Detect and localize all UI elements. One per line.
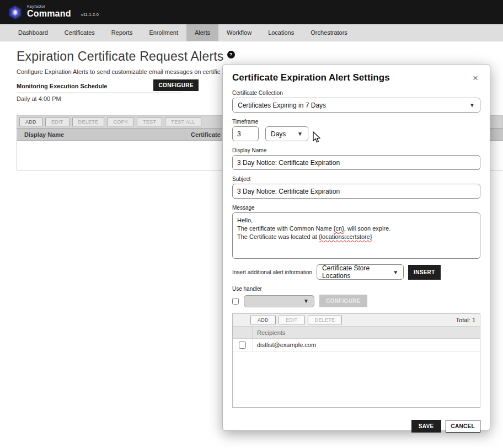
handler-select[interactable]: ▼ [244, 295, 314, 307]
nav-item-dashboard[interactable]: Dashboard [10, 24, 56, 41]
insert-info-select[interactable]: Certificate Store Locations ▼ [317, 264, 404, 280]
use-handler-label: Use handler [232, 286, 480, 292]
add-button[interactable]: ADD [19, 118, 42, 126]
nav-item-certificates[interactable]: Certificates [56, 24, 103, 41]
chevron-down-icon: ▼ [469, 102, 475, 108]
edit-button[interactable]: EDIT [45, 118, 69, 126]
alert-settings-modal: Certificate Expiration Alert Settings × … [222, 64, 490, 431]
chevron-down-icon: ▼ [303, 298, 309, 304]
timeframe-unit-select[interactable]: Days ▼ [265, 126, 308, 141]
nav-item-reports[interactable]: Reports [103, 24, 141, 41]
insert-button[interactable]: INSERT [408, 265, 440, 280]
insert-info-value: Certificate Store Locations [322, 264, 393, 280]
schedule-configure-button[interactable]: CONFIGURE [153, 79, 199, 91]
recipient-delete-button[interactable]: DELETE [308, 316, 343, 324]
brand-keyfactor: Keyfactor [27, 4, 71, 8]
recipients-empty-area [233, 351, 480, 407]
certificate-collection-value: Certificates Expiring in 7 Days [238, 102, 326, 109]
modal-title: Certificate Expiration Alert Settings [232, 72, 390, 83]
nav-item-workflow[interactable]: Workflow [218, 24, 260, 41]
test-button[interactable]: TEST [137, 118, 162, 126]
recipients-toolbar: ADD EDIT DELETE Total: 1 [233, 314, 480, 326]
message-line-3: The Certificate was located at {location… [237, 233, 475, 241]
top-app-bar: Keyfactor Command v11.1.2.0 [0, 0, 503, 24]
keyfactor-hex-icon [8, 5, 23, 20]
copy-button[interactable]: COPY [107, 118, 134, 126]
test-all-button[interactable]: TEST ALL [165, 118, 201, 126]
chevron-down-icon: ▼ [297, 131, 303, 137]
keyfactor-logo: Keyfactor Command v11.1.2.0 [8, 4, 99, 20]
chevron-down-icon: ▼ [393, 269, 398, 275]
nav-item-alerts[interactable]: Alerts [186, 24, 218, 41]
main-nav: Dashboard Certificates Reports Enrollmen… [0, 24, 503, 41]
recipients-column-header[interactable]: Recipients [253, 329, 285, 336]
recipient-edit-button[interactable]: EDIT [279, 316, 305, 324]
handler-configure-button[interactable]: CONFIGURE [319, 295, 367, 307]
message-line-2: The certificate with Common Name {cn}, w… [237, 225, 475, 233]
certificate-collection-label: Certificate Collection [232, 90, 480, 96]
subject-label: Subject [232, 176, 480, 182]
version-label: v11.1.2.0 [81, 12, 99, 17]
nav-item-locations[interactable]: Locations [260, 24, 302, 41]
insert-info-label: Insert additional alert information [232, 269, 312, 275]
help-icon[interactable]: ? [227, 51, 235, 58]
display-name-input[interactable] [232, 155, 480, 170]
save-button[interactable]: SAVE [411, 420, 441, 433]
monitoring-schedule-section: Monitoring Execution Schedule CONFIGURE … [17, 83, 182, 102]
delete-button[interactable]: DELETE [72, 118, 105, 126]
column-header-display-name[interactable]: Display Name [17, 131, 185, 138]
nav-item-orchestrators[interactable]: Orchestrators [302, 24, 356, 41]
table-row[interactable]: distlist@example.com [233, 339, 480, 351]
schedule-value: Daily at 4:00 PM [17, 95, 182, 102]
timeframe-input[interactable] [232, 126, 259, 141]
message-textarea[interactable]: Hello, The certificate with Common Name … [232, 212, 480, 259]
subject-input[interactable] [232, 184, 480, 199]
timeframe-label: Timeframe [232, 119, 480, 125]
recipient-email: distlist@example.com [253, 342, 316, 348]
cn-variable-token: {cn} [334, 225, 344, 232]
recipients-checkbox-column [233, 327, 253, 338]
timeframe-unit-value: Days [271, 130, 286, 138]
display-name-label: Display Name [232, 147, 480, 153]
recipients-header: Recipients [233, 326, 480, 339]
recipients-total: Total: 1 [456, 317, 475, 323]
page-title: Expiration Certificate Request Alerts [17, 49, 224, 64]
recipient-row-checkbox[interactable] [239, 342, 246, 349]
recipients-grid: ADD EDIT DELETE Total: 1 Recipients dist… [232, 313, 480, 408]
locations-variable-token: {locations:certstore} [319, 233, 372, 240]
nav-item-enrollment[interactable]: Enrollment [141, 24, 186, 41]
brand-command: Command [27, 9, 71, 18]
message-line-1: Hello, [237, 216, 475, 225]
certificate-collection-select[interactable]: Certificates Expiring in 7 Days ▼ [232, 98, 480, 113]
use-handler-checkbox[interactable] [232, 298, 239, 305]
recipient-add-button[interactable]: ADD [250, 316, 276, 324]
close-icon[interactable]: × [470, 72, 480, 84]
message-label: Message [232, 205, 480, 211]
cancel-button[interactable]: CANCEL [446, 420, 480, 433]
